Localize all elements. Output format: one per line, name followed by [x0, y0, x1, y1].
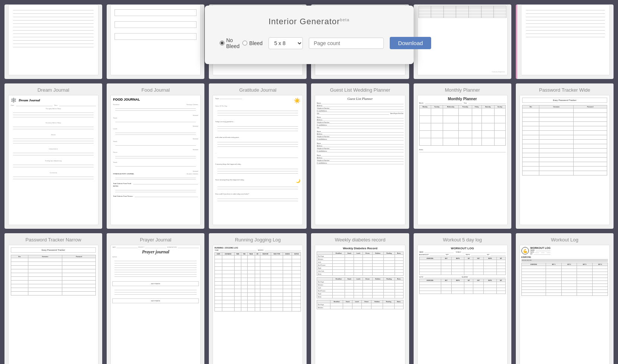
workout5-title: Workout 5 day log — [414, 233, 511, 245]
dream-journal-card: Dream Journal 🕸️ Dream Journal Date: Tim… — [4, 83, 102, 229]
bleed-radio[interactable] — [242, 41, 247, 45]
monthly-planner-preview: Monthly Planner Month: Year: Monday Tues… — [417, 95, 508, 225]
password-tracker-narrow-title: Password Tracker Narrow — [4, 233, 102, 245]
diabetes-record-preview: Weekly Diabetes Record BreakfastSnackLun… — [315, 245, 405, 364]
bleed-radio-group: No Bleed Bleed — [220, 37, 263, 49]
dream-journal-title: Dream Journal — [4, 83, 102, 95]
dream-journal-preview: 🕸️ Dream Journal Date: Time: Thoughts Be… — [8, 95, 98, 225]
workout-log-preview: 💪 WORKOUT LOG NAME: DATE: — [520, 245, 610, 364]
food-journal-card: Food Journal FOOD JOURNAL Breakfast Serv… — [107, 83, 204, 229]
workout-log-title: Workout Log — [516, 233, 614, 245]
no-bleed-text: No Bleed — [226, 37, 240, 49]
guest-list-card: Guest List Wedding Planner Guest List Pl… — [311, 83, 409, 229]
password-tracker-narrow-preview: Easy Password Tracker Site Username Pass… — [8, 245, 98, 364]
password-tracker-wide-title: Password Tracker Wide — [516, 83, 614, 95]
no-bleed-label[interactable]: No Bleed — [220, 37, 240, 49]
interior-generator-dialog: Interior Generatorbeta No Bleed Bleed 5 … — [205, 6, 414, 64]
gratitude-journal-card: Gratitude Journal Topic: ☀️ Verse Of The… — [209, 83, 307, 229]
running-log-preview: RUNNING / JOGGING LOG YEAR MONTH DATEDIS… — [213, 245, 303, 364]
beta-label: beta — [340, 18, 349, 22]
guest-list-preview: Guest List Planner Name Address Telephon… — [315, 95, 405, 225]
password-tracker-wide-card: Password Tracker Wide Easy Password Trac… — [516, 83, 614, 229]
card-top-2 — [107, 4, 204, 79]
gratitude-journal-title: Gratitude Journal — [209, 83, 307, 95]
dialog-controls: No Bleed Bleed 5 x 8 6 x 9 7 x 10 8.5 x … — [220, 37, 399, 49]
food-journal-title: Food Journal — [107, 83, 204, 95]
download-button[interactable]: Download — [390, 37, 431, 49]
size-select[interactable]: 5 x 8 6 x 9 7 x 10 8.5 x 11 — [269, 37, 303, 49]
page-count-input[interactable] — [309, 38, 384, 49]
monthly-planner-title: Monthly Planner — [414, 83, 511, 95]
card-top-6 — [516, 4, 614, 79]
gratitude-journal-preview: Topic: ☀️ Verse Of The Day Today I am tr… — [213, 95, 303, 225]
workout-log-card: Workout Log 💪 WORKOUT LOG NAME: DATE: — [516, 233, 614, 364]
card-top-1 — [4, 4, 102, 79]
workout5-preview: WORKOUT LOG NAME: GOALS: AGE/WEIGHT: SET… — [417, 245, 508, 364]
guest-list-title: Guest List Wedding Planner — [311, 83, 409, 95]
no-bleed-radio[interactable] — [220, 41, 225, 45]
prayer-journal-card: Prayer Journal DATE PRIORITY SERMON/TOPI… — [107, 233, 204, 364]
prayer-journal-title: Prayer Journal — [107, 233, 204, 245]
monthly-planner-card: Monthly Planner Monthly Planner Month: Y… — [414, 83, 511, 229]
bleed-label[interactable]: Bleed — [242, 40, 263, 46]
running-log-card: Running Jogging Log RUNNING / JOGGING LO… — [209, 233, 307, 364]
food-journal-preview: FOOD JOURNAL Breakfast Servings Calories… — [110, 95, 201, 225]
password-tracker-narrow-card: Password Tracker Narrow Easy Password Tr… — [4, 233, 102, 364]
dialog-title: Interior Generatorbeta — [220, 17, 399, 26]
bleed-text: Bleed — [249, 40, 263, 46]
workout5-card: Workout 5 day log WORKOUT LOG NAME: GOAL… — [414, 233, 511, 364]
diabetes-record-title: Weekly diabetes record — [311, 233, 409, 245]
running-log-title: Running Jogging Log — [209, 233, 307, 245]
diabetes-record-card: Weekly diabetes record Weekly Diabetes R… — [311, 233, 409, 364]
prayer-journal-preview: DATE PRIORITY SERMON/TOPIC Prayer journa… — [110, 245, 201, 364]
password-tracker-wide-preview: Easy Password Tracker Site Username Pass… — [520, 95, 610, 225]
